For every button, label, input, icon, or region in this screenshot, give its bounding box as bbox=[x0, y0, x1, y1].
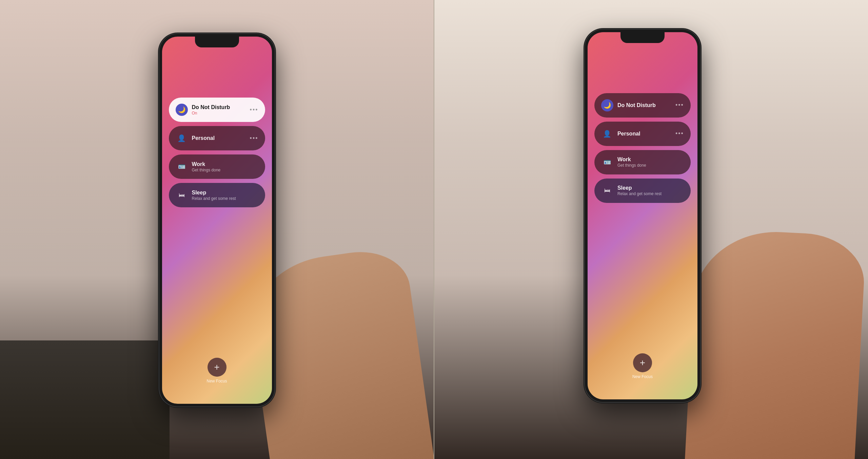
iphone-right: 🌙 Do Not Disturb ••• 👤 Personal ••• bbox=[585, 29, 700, 402]
work-text-left: Work Get things done bbox=[192, 161, 258, 172]
dnd-item-right[interactable]: 🌙 Do Not Disturb ••• bbox=[594, 93, 691, 118]
personal-item-right[interactable]: 👤 Personal ••• bbox=[594, 122, 691, 146]
dnd-dots-left[interactable]: ••• bbox=[250, 106, 258, 113]
dnd-icon-left: 🌙 bbox=[176, 104, 188, 116]
desk-surface-left bbox=[0, 340, 170, 459]
sleep-item-left[interactable]: 🛏 Sleep Relax and get some rest bbox=[169, 183, 265, 207]
new-focus-label-right: New Focus bbox=[632, 374, 653, 379]
sleep-icon-right: 🛏 bbox=[601, 185, 613, 197]
dnd-subtitle-left: On bbox=[192, 111, 250, 116]
work-subtitle-right: Get things done bbox=[617, 163, 684, 168]
personal-icon-right: 👤 bbox=[601, 128, 613, 140]
focus-menu-right: 🌙 Do Not Disturb ••• 👤 Personal ••• bbox=[594, 93, 691, 203]
focus-menu-left: 🌙 Do Not Disturb On ••• 👤 Personal ••• bbox=[169, 98, 265, 207]
dnd-item-left[interactable]: 🌙 Do Not Disturb On ••• bbox=[169, 98, 265, 122]
personal-title-right: Personal bbox=[617, 131, 675, 137]
sleep-title-right: Sleep bbox=[617, 185, 684, 191]
dnd-dots-right[interactable]: ••• bbox=[675, 102, 684, 109]
new-focus-circle-left: + bbox=[208, 358, 226, 377]
dnd-title-left: Do Not Disturb bbox=[192, 104, 250, 110]
iphone-left: 🌙 Do Not Disturb On ••• 👤 Personal ••• bbox=[159, 34, 275, 406]
left-photo: 🌙 Do Not Disturb On ••• 👤 Personal ••• bbox=[0, 0, 434, 459]
work-icon-left: 🪪 bbox=[176, 161, 188, 173]
new-focus-label-left: New Focus bbox=[206, 379, 227, 383]
personal-item-left[interactable]: 👤 Personal ••• bbox=[169, 126, 265, 150]
sleep-text-right: Sleep Relax and get some rest bbox=[617, 185, 684, 196]
work-text-right: Work Get things done bbox=[617, 157, 684, 168]
dnd-icon-right: 🌙 bbox=[601, 99, 613, 111]
new-focus-btn-right[interactable]: + New Focus bbox=[632, 353, 653, 379]
work-icon-right: 🪪 bbox=[601, 156, 613, 168]
hand-right bbox=[684, 228, 867, 459]
personal-dots-left[interactable]: ••• bbox=[250, 135, 258, 142]
personal-text-left: Personal bbox=[192, 135, 250, 141]
sleep-text-left: Sleep Relax and get some rest bbox=[192, 190, 258, 201]
work-item-right[interactable]: 🪪 Work Get things done bbox=[594, 150, 691, 174]
personal-icon-left: 👤 bbox=[176, 132, 188, 144]
work-subtitle-left: Get things done bbox=[192, 168, 258, 172]
personal-dots-right[interactable]: ••• bbox=[675, 130, 684, 137]
sleep-subtitle-left: Relax and get some rest bbox=[192, 196, 258, 201]
notch-right bbox=[620, 32, 665, 43]
sleep-title-left: Sleep bbox=[192, 190, 258, 196]
personal-text-right: Personal bbox=[617, 131, 675, 137]
dnd-text-right: Do Not Disturb bbox=[617, 102, 675, 108]
sleep-item-right[interactable]: 🛏 Sleep Relax and get some rest bbox=[594, 179, 691, 203]
new-focus-btn-left[interactable]: + New Focus bbox=[206, 358, 227, 383]
new-focus-circle-right: + bbox=[633, 353, 652, 372]
dnd-text-left: Do Not Disturb On bbox=[192, 104, 250, 116]
work-title-left: Work bbox=[192, 161, 258, 167]
personal-title-left: Personal bbox=[192, 135, 250, 141]
work-item-left[interactable]: 🪪 Work Get things done bbox=[169, 154, 265, 179]
work-title-right: Work bbox=[617, 157, 684, 163]
right-photo: 🌙 Do Not Disturb ••• 👤 Personal ••• bbox=[434, 0, 868, 459]
sleep-subtitle-right: Relax and get some rest bbox=[617, 191, 684, 196]
dnd-title-right: Do Not Disturb bbox=[617, 102, 675, 108]
sleep-icon-left: 🛏 bbox=[176, 189, 188, 201]
notch-left bbox=[195, 37, 239, 47]
